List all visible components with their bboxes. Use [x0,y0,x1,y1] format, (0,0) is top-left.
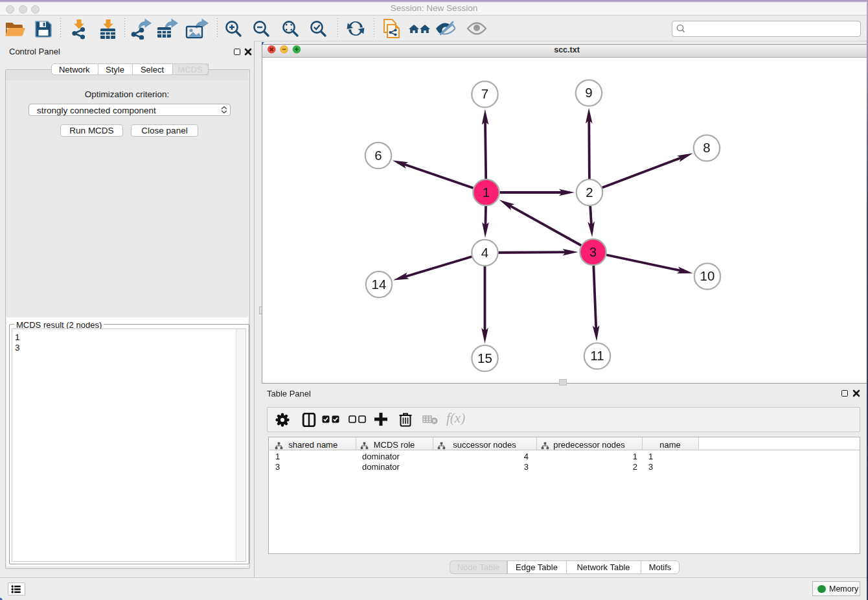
svg-text:11: 11 [590,348,604,363]
svg-text:9: 9 [585,85,592,100]
svg-text:15: 15 [477,351,492,365]
svg-text:10: 10 [700,268,715,283]
svg-text:2: 2 [586,185,593,200]
svg-text:3: 3 [589,244,597,259]
svg-text:4: 4 [481,245,488,260]
svg-text:8: 8 [703,140,710,155]
svg-text:1: 1 [483,185,490,200]
svg-text:14: 14 [372,277,387,292]
svg-text:7: 7 [481,86,488,101]
svg-text:6: 6 [374,148,382,163]
